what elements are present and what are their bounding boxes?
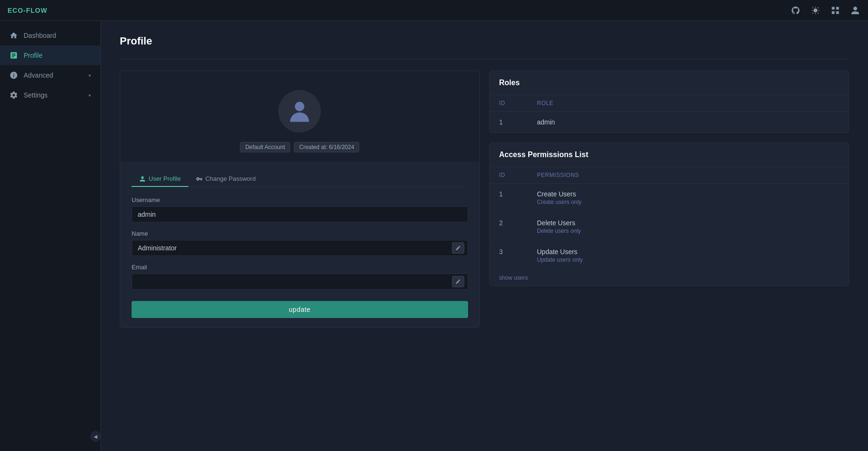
perms-row-3-name: Update Users [537,248,840,256]
sidebar: Dashboard Profile Advanced ▾ Setting [0,21,101,451]
roles-row-1: 1 admin [490,112,849,133]
update-button[interactable]: update [132,301,468,318]
settings-icon [9,91,18,99]
perms-col-permissions: Permissions [537,172,840,178]
name-group: Name [132,230,468,256]
email-group: Email [132,264,468,290]
perms-row-2-perms: Delete Users Delete users only [537,219,840,234]
name-input[interactable] [132,240,468,256]
tab-change-password-label: Change Password [205,175,256,182]
profile-card-body: User Profile Change Password Username [120,162,479,327]
permissions-scroll[interactable]: 1 Create Users Create users only 2 Delet… [490,184,849,270]
created-at-badge: Created at: 6/16/2024 [294,142,359,152]
sidebar-profile-label: Profile [24,52,43,59]
account-type-badge: Default Account [240,142,290,152]
username-input-wrap [132,206,468,222]
sidebar-nav: Dashboard Profile Advanced ▾ Setting [0,21,100,451]
permissions-table: Id Permissions 1 Create Users Create use… [490,167,849,286]
content-area: Profile Default Account Created at: 6/16… [101,21,868,451]
brand-label: ECO-FLOW [8,7,47,14]
sidebar-item-advanced[interactable]: Advanced ▾ [0,65,100,85]
roles-card-title: Roles [490,71,849,95]
name-input-wrap [132,240,468,256]
main-layout: Dashboard Profile Advanced ▾ Setting [0,21,868,451]
permissions-card: Access Permissions List Id Permissions 1… [489,142,850,286]
permissions-table-header: Id Permissions [490,167,849,184]
github-icon[interactable] [790,5,801,16]
perms-row-3: 3 Update Users Update users only [490,241,849,270]
perms-row-1-desc: Create users only [537,199,840,205]
sidebar-item-profile[interactable]: Profile [0,45,100,65]
name-label: Name [132,230,468,237]
dashboard-icon [9,31,18,40]
advanced-icon [9,71,18,80]
perms-row-3-id: 3 [499,248,537,256]
roles-row-1-role: admin [537,118,840,126]
perms-row-2-name: Delete Users [537,219,840,227]
profile-form-card: Default Account Created at: 6/16/2024 Us… [120,71,480,328]
perms-row-1-perms: Create Users Create users only [537,190,840,205]
settings-chevron-icon: ▾ [89,93,91,98]
grid-icon[interactable] [830,5,841,16]
roles-col-id: Id [499,100,537,106]
profile-grid: Default Account Created at: 6/16/2024 Us… [120,71,849,328]
show-more-label: show users [490,270,849,286]
perms-row-1-id: 1 [499,190,537,198]
perms-col-id: Id [499,172,537,178]
roles-row-1-id: 1 [499,118,537,126]
tab-user-profile[interactable]: User Profile [132,171,188,187]
topbar-icons [790,5,860,16]
profile-tabs: User Profile Change Password [132,171,468,187]
email-label: Email [132,264,468,271]
username-group: Username [132,196,468,222]
sidebar-item-dashboard[interactable]: Dashboard [0,26,100,45]
perms-row-3-desc: Update users only [537,256,840,263]
permissions-card-title: Access Permissions List [490,143,849,167]
avatar [278,90,321,133]
perms-row-2-desc: Delete users only [537,228,840,234]
roles-card: Roles Id Role 1 admin [489,71,850,133]
sidebar-item-settings[interactable]: Settings ▾ [0,85,100,105]
sidebar-collapse-button[interactable]: ◀ [90,431,101,442]
perms-row-2-id: 2 [499,219,537,227]
perms-row-1-name: Create Users [537,190,840,198]
email-edit-button[interactable] [452,276,464,287]
right-column: Roles Id Role 1 admin Access Per [489,71,850,328]
badge-row: Default Account Created at: 6/16/2024 [240,142,359,152]
tab-user-profile-label: User Profile [149,175,181,182]
user-icon[interactable] [850,5,860,16]
page-title: Profile [120,35,849,47]
email-input-wrap [132,274,468,290]
username-input[interactable] [132,206,468,222]
sidebar-settings-label: Settings [24,91,48,99]
email-input[interactable] [132,274,468,290]
profile-card-header: Default Account Created at: 6/16/2024 [120,71,479,162]
roles-col-role: Role [537,100,840,106]
sun-icon[interactable] [810,5,821,16]
perms-row-2: 2 Delete Users Delete users only [490,212,849,241]
sidebar-advanced-label: Advanced [24,71,53,79]
roles-table: Id Role 1 admin [490,95,849,133]
tab-change-password[interactable]: Change Password [188,171,263,187]
perms-row-3-perms: Update Users Update users only [537,248,840,263]
name-edit-button[interactable] [452,242,464,254]
page-divider [120,59,849,59]
username-label: Username [132,196,468,203]
advanced-chevron-icon: ▾ [89,73,91,78]
roles-table-header: Id Role [490,95,849,112]
topbar: ECO-FLOW [0,0,868,21]
profile-icon [9,51,18,60]
svg-point-0 [295,102,304,111]
perms-row-1: 1 Create Users Create users only [490,184,849,212]
sidebar-dashboard-label: Dashboard [24,32,56,39]
